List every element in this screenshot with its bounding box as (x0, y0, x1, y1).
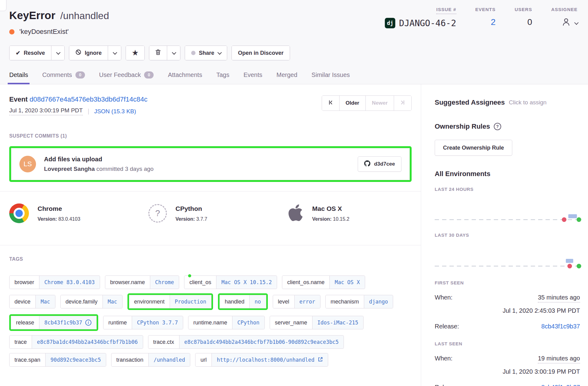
older-event-button[interactable]: Older (339, 96, 365, 111)
newer-event-button[interactable]: Newer (365, 96, 394, 111)
chevron-down-icon (217, 50, 222, 55)
tag-list: browser Chrome 83.0.4103 browser.name Ch… (9, 275, 412, 367)
tag-value-link[interactable]: Idos-iMac-215 (312, 316, 363, 329)
all-environments-title: All Environments (435, 170, 580, 178)
tag-value-link[interactable]: CPython (232, 316, 264, 329)
tag-value-link[interactable]: 8cb43f1c9b37 i (39, 316, 96, 329)
release-marker-bar (568, 214, 577, 218)
last-30-days-label: LAST 30 DAYS (435, 232, 580, 238)
tag-value-link[interactable]: CPython 3.7.7 (132, 316, 183, 329)
tab-attachments[interactable]: Attachments (168, 71, 202, 84)
resolve-button[interactable]: ✔ Resolve (10, 46, 51, 60)
event-pagination: Older Newer (322, 95, 412, 111)
tab-merged[interactable]: Merged (276, 71, 297, 84)
issue-stats: ISSUE # dj DJANGO-46-2 EVENTS 2 USERS 0 … (385, 7, 578, 29)
comments-count-badge: 0 (75, 71, 85, 78)
ignore-icon (75, 49, 81, 57)
tag-value-link[interactable]: http://localhost:8000/unhandled (212, 353, 328, 366)
delete-button[interactable] (149, 46, 167, 60)
assignee-label: ASSIGNEE (551, 7, 578, 14)
context-name: Chrome (38, 205, 80, 212)
tag-mechanism: mechanism django (325, 295, 393, 308)
tag-server-name: server_name Idos-iMac-215 (270, 316, 364, 329)
resolve-dropdown-button[interactable] (51, 46, 64, 60)
commit-meta: committed 3 days ago (95, 166, 154, 172)
assignee-icon (562, 17, 571, 29)
delete-button-group (149, 46, 180, 60)
tag-value-link[interactable]: Production (170, 295, 211, 308)
chevron-down-icon (172, 50, 176, 55)
users-count[interactable]: 0 (527, 17, 532, 27)
first-seen-release-link[interactable]: 8cb43f1c9b37 (541, 323, 580, 330)
tag-transaction: transaction /unhandled (111, 353, 190, 367)
tab-details[interactable]: Details (9, 71, 28, 84)
ownership-rules-title: Ownership Rules (435, 123, 490, 131)
ignore-dropdown-button[interactable] (108, 46, 121, 60)
question-circle-icon[interactable]: ? (494, 123, 501, 130)
event-id-link[interactable]: d08d7667e4a5476eb3b3db6d7f14c84c (30, 95, 147, 103)
sparkline-baseline (435, 266, 579, 267)
annotation-highlight-box: release 8cb43f1c9b37 i (9, 314, 98, 331)
tab-tags[interactable]: Tags (216, 71, 229, 84)
share-dot-icon (191, 51, 195, 55)
action-bar: ✔ Resolve Ignore ★ (9, 46, 579, 60)
avatar: LS (19, 156, 36, 172)
bookmark-button[interactable]: ★ (126, 46, 144, 60)
events-label: EVENTS (475, 7, 496, 14)
tag-value-link[interactable]: django (364, 295, 393, 308)
annotation-highlight-box: environment Production (127, 293, 213, 310)
info-icon[interactable]: i (85, 320, 91, 326)
tab-similar-issues[interactable]: Similar Issues (312, 71, 350, 84)
tab-comments[interactable]: Comments 0 (42, 71, 85, 84)
when-label: When: (435, 355, 453, 362)
tag-value-link[interactable]: error (295, 295, 320, 308)
tag-value-link[interactable]: /unhandled (149, 353, 190, 366)
last-24-hours-label: LAST 24 HOURS (435, 187, 580, 192)
tag-value-link[interactable]: Mac OS X 10.15.2 (216, 276, 277, 289)
page-title: KeyError (9, 9, 55, 22)
create-ownership-rule-button[interactable]: Create Ownership Rule (435, 140, 512, 156)
assignee-selector[interactable] (562, 17, 578, 29)
error-event-dot (567, 264, 572, 268)
tag-value-link[interactable]: 90d892c9eace3bc5 (46, 353, 106, 366)
last-seen-release-link[interactable]: 8cb43f1c9b37 (541, 384, 580, 386)
error-event-dot (562, 217, 566, 222)
event-json-link[interactable]: JSON (15.3 KB) (94, 108, 136, 115)
tag-value-link[interactable]: Mac OS X (330, 276, 365, 289)
events-count[interactable]: 2 (491, 17, 496, 27)
context-name: Mac OS X (312, 205, 349, 212)
tag-value-link[interactable]: no (250, 295, 266, 308)
newest-event-button[interactable] (394, 96, 411, 111)
tag-environment: environment Production (129, 295, 211, 308)
annotation-highlight-box: handled no (218, 293, 268, 310)
github-icon (364, 160, 370, 168)
external-link-icon (318, 357, 323, 363)
ignore-button[interactable]: Ignore (69, 46, 108, 60)
chevron-down-icon (113, 50, 117, 55)
discover-button-group: Open in Discover (232, 46, 290, 60)
tab-user-feedback[interactable]: User Feedback 0 (99, 71, 154, 84)
star-icon: ★ (132, 49, 138, 57)
tag-value-link[interactable]: Chrome 83.0.4103 (39, 276, 100, 289)
stat-events: EVENTS 2 (475, 7, 496, 29)
users-label: USERS (515, 7, 532, 14)
skip-prev-icon (328, 100, 333, 107)
tag-trace-ctx: trace.ctx e8c87ba1dc494bb2a4346bcfbf7b1b… (148, 335, 344, 349)
oldest-event-button[interactable] (322, 96, 339, 111)
release-marker-bar (566, 259, 573, 263)
share-button[interactable]: Share (185, 46, 227, 60)
first-seen-absolute: Jul 1, 2020 2:45:03 PM PDT (435, 307, 580, 314)
tag-value-link[interactable]: Mac (103, 295, 122, 308)
tag-trace-span: trace.span 90d892c9eace3bc5 (9, 353, 106, 367)
tab-events[interactable]: Events (244, 71, 262, 84)
apple-icon (288, 203, 304, 223)
delete-dropdown-button[interactable] (167, 46, 180, 60)
tag-value-link[interactable]: Mac (36, 295, 55, 308)
open-in-discover-button[interactable]: Open in Discover (232, 46, 290, 60)
tag-value-link[interactable]: Chrome (150, 276, 179, 289)
tag-value-link[interactable]: e8c87ba1dc494bb2a4346bcfbf7b1b06 (32, 336, 143, 348)
commit-sha-button[interactable]: d3d7cee (358, 156, 401, 172)
tag-value-link[interactable]: e8c87ba1dc494bb2a4346bcfbf7b1b06-90d892c… (179, 336, 344, 348)
tag-runtime: runtime CPython 3.7.7 (103, 316, 183, 329)
release-label: Release: (435, 323, 459, 330)
